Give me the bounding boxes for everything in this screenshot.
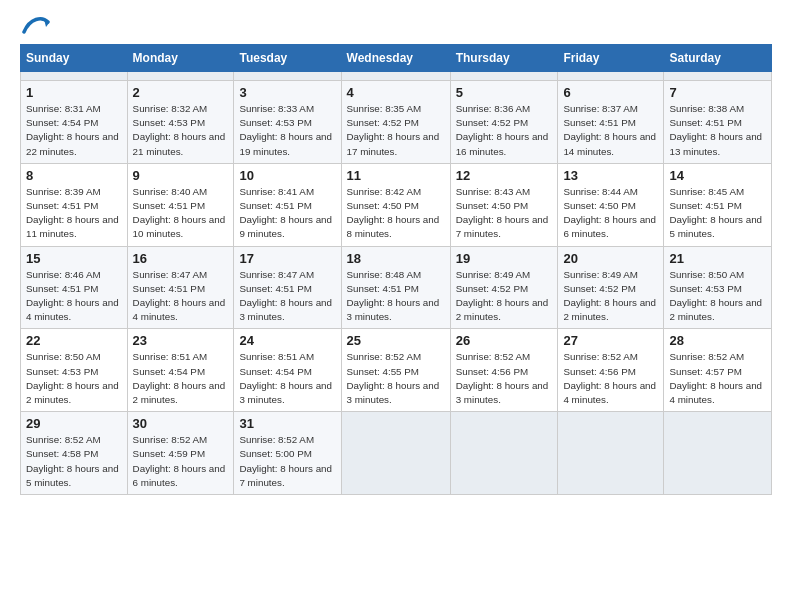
logo-icon (22, 14, 50, 34)
calendar-week-row: 1 Sunrise: 8:31 AMSunset: 4:54 PMDayligh… (21, 81, 772, 164)
table-row: 28 Sunrise: 8:52 AMSunset: 4:57 PMDaylig… (664, 329, 772, 412)
day-info: Sunrise: 8:52 AMSunset: 4:55 PMDaylight:… (347, 351, 440, 405)
table-row: 16 Sunrise: 8:47 AMSunset: 4:51 PMDaylig… (127, 246, 234, 329)
day-number: 6 (563, 85, 658, 100)
day-number: 3 (239, 85, 335, 100)
day-info: Sunrise: 8:47 AMSunset: 4:51 PMDaylight:… (239, 269, 332, 323)
day-info: Sunrise: 8:49 AMSunset: 4:52 PMDaylight:… (563, 269, 656, 323)
day-number: 1 (26, 85, 122, 100)
table-row: 6 Sunrise: 8:37 AMSunset: 4:51 PMDayligh… (558, 81, 664, 164)
day-info: Sunrise: 8:38 AMSunset: 4:51 PMDaylight:… (669, 103, 762, 157)
day-number: 24 (239, 333, 335, 348)
col-tuesday: Tuesday (234, 45, 341, 72)
day-number: 20 (563, 251, 658, 266)
day-info: Sunrise: 8:49 AMSunset: 4:52 PMDaylight:… (456, 269, 549, 323)
day-info: Sunrise: 8:35 AMSunset: 4:52 PMDaylight:… (347, 103, 440, 157)
day-number: 25 (347, 333, 445, 348)
table-row: 18 Sunrise: 8:48 AMSunset: 4:51 PMDaylig… (341, 246, 450, 329)
day-info: Sunrise: 8:36 AMSunset: 4:52 PMDaylight:… (456, 103, 549, 157)
day-number: 12 (456, 168, 553, 183)
logo (20, 18, 50, 34)
day-info: Sunrise: 8:44 AMSunset: 4:50 PMDaylight:… (563, 186, 656, 240)
table-row: 21 Sunrise: 8:50 AMSunset: 4:53 PMDaylig… (664, 246, 772, 329)
table-row: 10 Sunrise: 8:41 AMSunset: 4:51 PMDaylig… (234, 163, 341, 246)
day-info: Sunrise: 8:50 AMSunset: 4:53 PMDaylight:… (26, 351, 119, 405)
day-number: 5 (456, 85, 553, 100)
day-number: 18 (347, 251, 445, 266)
col-thursday: Thursday (450, 45, 558, 72)
day-number: 16 (133, 251, 229, 266)
day-info: Sunrise: 8:39 AMSunset: 4:51 PMDaylight:… (26, 186, 119, 240)
table-row: 25 Sunrise: 8:52 AMSunset: 4:55 PMDaylig… (341, 329, 450, 412)
table-row (450, 72, 558, 81)
day-number: 23 (133, 333, 229, 348)
calendar-week-row: 15 Sunrise: 8:46 AMSunset: 4:51 PMDaylig… (21, 246, 772, 329)
day-number: 29 (26, 416, 122, 431)
table-row: 23 Sunrise: 8:51 AMSunset: 4:54 PMDaylig… (127, 329, 234, 412)
page: Sunday Monday Tuesday Wednesday Thursday… (0, 0, 792, 505)
day-number: 22 (26, 333, 122, 348)
table-row (341, 72, 450, 81)
table-row: 5 Sunrise: 8:36 AMSunset: 4:52 PMDayligh… (450, 81, 558, 164)
day-info: Sunrise: 8:51 AMSunset: 4:54 PMDaylight:… (133, 351, 226, 405)
day-info: Sunrise: 8:47 AMSunset: 4:51 PMDaylight:… (133, 269, 226, 323)
calendar-week-row: 29 Sunrise: 8:52 AMSunset: 4:58 PMDaylig… (21, 412, 772, 495)
table-row: 12 Sunrise: 8:43 AMSunset: 4:50 PMDaylig… (450, 163, 558, 246)
table-row: 8 Sunrise: 8:39 AMSunset: 4:51 PMDayligh… (21, 163, 128, 246)
day-number: 17 (239, 251, 335, 266)
table-row (450, 412, 558, 495)
day-number: 27 (563, 333, 658, 348)
day-info: Sunrise: 8:37 AMSunset: 4:51 PMDaylight:… (563, 103, 656, 157)
table-row: 30 Sunrise: 8:52 AMSunset: 4:59 PMDaylig… (127, 412, 234, 495)
day-number: 28 (669, 333, 766, 348)
col-friday: Friday (558, 45, 664, 72)
calendar-week-row: 8 Sunrise: 8:39 AMSunset: 4:51 PMDayligh… (21, 163, 772, 246)
table-row: 22 Sunrise: 8:50 AMSunset: 4:53 PMDaylig… (21, 329, 128, 412)
day-number: 21 (669, 251, 766, 266)
day-number: 15 (26, 251, 122, 266)
day-info: Sunrise: 8:48 AMSunset: 4:51 PMDaylight:… (347, 269, 440, 323)
calendar-table: Sunday Monday Tuesday Wednesday Thursday… (20, 44, 772, 495)
table-row (21, 72, 128, 81)
col-monday: Monday (127, 45, 234, 72)
day-number: 11 (347, 168, 445, 183)
day-info: Sunrise: 8:52 AMSunset: 4:58 PMDaylight:… (26, 434, 119, 488)
day-info: Sunrise: 8:41 AMSunset: 4:51 PMDaylight:… (239, 186, 332, 240)
day-info: Sunrise: 8:52 AMSunset: 4:59 PMDaylight:… (133, 434, 226, 488)
day-number: 8 (26, 168, 122, 183)
day-number: 14 (669, 168, 766, 183)
day-number: 10 (239, 168, 335, 183)
day-number: 9 (133, 168, 229, 183)
table-row: 4 Sunrise: 8:35 AMSunset: 4:52 PMDayligh… (341, 81, 450, 164)
table-row (664, 412, 772, 495)
table-row: 13 Sunrise: 8:44 AMSunset: 4:50 PMDaylig… (558, 163, 664, 246)
table-row: 29 Sunrise: 8:52 AMSunset: 4:58 PMDaylig… (21, 412, 128, 495)
calendar-week-row (21, 72, 772, 81)
table-row: 11 Sunrise: 8:42 AMSunset: 4:50 PMDaylig… (341, 163, 450, 246)
table-row: 19 Sunrise: 8:49 AMSunset: 4:52 PMDaylig… (450, 246, 558, 329)
day-info: Sunrise: 8:52 AMSunset: 4:57 PMDaylight:… (669, 351, 762, 405)
day-info: Sunrise: 8:52 AMSunset: 4:56 PMDaylight:… (563, 351, 656, 405)
calendar-week-row: 22 Sunrise: 8:50 AMSunset: 4:53 PMDaylig… (21, 329, 772, 412)
table-row: 3 Sunrise: 8:33 AMSunset: 4:53 PMDayligh… (234, 81, 341, 164)
day-info: Sunrise: 8:40 AMSunset: 4:51 PMDaylight:… (133, 186, 226, 240)
day-info: Sunrise: 8:51 AMSunset: 4:54 PMDaylight:… (239, 351, 332, 405)
table-row: 27 Sunrise: 8:52 AMSunset: 4:56 PMDaylig… (558, 329, 664, 412)
day-info: Sunrise: 8:31 AMSunset: 4:54 PMDaylight:… (26, 103, 119, 157)
table-row (664, 72, 772, 81)
col-wednesday: Wednesday (341, 45, 450, 72)
day-info: Sunrise: 8:32 AMSunset: 4:53 PMDaylight:… (133, 103, 226, 157)
day-info: Sunrise: 8:46 AMSunset: 4:51 PMDaylight:… (26, 269, 119, 323)
table-row (341, 412, 450, 495)
table-row (127, 72, 234, 81)
calendar-header-row: Sunday Monday Tuesday Wednesday Thursday… (21, 45, 772, 72)
table-row: 31 Sunrise: 8:52 AMSunset: 5:00 PMDaylig… (234, 412, 341, 495)
day-number: 2 (133, 85, 229, 100)
table-row (558, 72, 664, 81)
table-row: 15 Sunrise: 8:46 AMSunset: 4:51 PMDaylig… (21, 246, 128, 329)
table-row (558, 412, 664, 495)
day-info: Sunrise: 8:52 AMSunset: 4:56 PMDaylight:… (456, 351, 549, 405)
table-row: 1 Sunrise: 8:31 AMSunset: 4:54 PMDayligh… (21, 81, 128, 164)
col-sunday: Sunday (21, 45, 128, 72)
table-row (234, 72, 341, 81)
